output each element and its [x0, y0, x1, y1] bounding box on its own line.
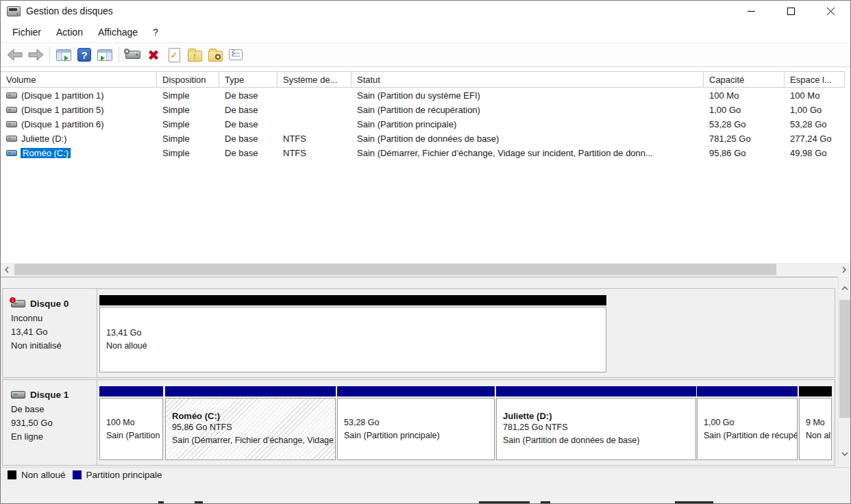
- legend-color-swatch: [73, 470, 82, 479]
- column-header-type[interactable]: Type: [219, 72, 278, 87]
- menu-help[interactable]: ?: [145, 23, 166, 41]
- cell-volume: Roméo (C:): [1, 148, 157, 158]
- volume-cell: Roméo (C:): [6, 148, 157, 158]
- column-header-disposition[interactable]: Disposition: [157, 72, 219, 87]
- partition-info-line: 781,25 Go NTFS: [503, 421, 695, 434]
- show-action-pane-icon[interactable]: [95, 45, 114, 64]
- partition-body[interactable]: 9 MoNon alloué: [799, 398, 832, 460]
- cell-status: Sain (Démarrer, Fichier d’échange, Vidag…: [352, 148, 704, 158]
- partition-0-0[interactable]: 13,41 GoNon alloué: [99, 295, 606, 373]
- cell-capacity: 100 Mo: [704, 90, 785, 101]
- legend-item: Non alloué: [8, 470, 66, 480]
- options-list-icon[interactable]: [226, 45, 245, 64]
- disk-info-line: En ligne: [11, 430, 91, 444]
- cell-disposition: Simple: [157, 148, 219, 158]
- scroll-right-icon[interactable]: [838, 263, 850, 276]
- horizontal-scroll-track[interactable]: [13, 263, 838, 276]
- partition-1-1[interactable]: Roméo (C:)95,86 Go NTFSSain (Démarrer, F…: [165, 386, 336, 460]
- cell-capacity: 95,86 Go: [704, 148, 785, 158]
- delete-volume-icon[interactable]: ✖: [144, 45, 163, 64]
- cell-free: 49,98 Go: [785, 148, 845, 158]
- forward-icon[interactable]: [26, 45, 45, 64]
- cell-free: 1,00 Go: [785, 105, 845, 115]
- partition-body[interactable]: Roméo (C:)95,86 Go NTFSSain (Démarrer, F…: [165, 398, 336, 460]
- partition-type-bar: [697, 386, 798, 396]
- partition-1-3[interactable]: Juliette (D:)781,25 Go NTFSSain (Partiti…: [496, 386, 696, 460]
- cell-filesystem: NTFS: [278, 134, 352, 144]
- legend-label: Partition principale: [86, 470, 162, 480]
- help-icon[interactable]: ?: [75, 45, 94, 64]
- maximize-button[interactable]: [771, 1, 811, 21]
- partition-info-line: Sain (Partition de récupération): [704, 429, 797, 442]
- back-icon[interactable]: [5, 45, 25, 64]
- cell-type: De base: [219, 105, 278, 115]
- cell-free: 100 Mo: [785, 90, 845, 101]
- column-header-volume[interactable]: Volume: [1, 72, 157, 87]
- rescan-disks-icon[interactable]: [123, 45, 143, 64]
- table-row[interactable]: (Disque 1 partition 1)SimpleDe baseSain …: [1, 88, 850, 103]
- horizontal-scrollbar[interactable]: [1, 263, 850, 276]
- cell-disposition: Simple: [157, 90, 219, 101]
- show-console-tree-icon[interactable]: [54, 45, 73, 64]
- disk-name-label: Disque 0: [30, 299, 69, 309]
- disk-icon: [11, 391, 25, 399]
- cell-type: De base: [219, 90, 278, 101]
- cell-status: Sain (Partition de récupération): [352, 105, 704, 115]
- partition-1-5[interactable]: 9 MoNon alloué: [799, 386, 832, 460]
- partition-body[interactable]: Juliette (D:)781,25 Go NTFSSain (Partiti…: [496, 398, 696, 460]
- table-row[interactable]: Roméo (C:)SimpleDe baseNTFSSain (Démarre…: [1, 146, 850, 160]
- partition-body[interactable]: 100 MoSain (Partition du système EFI): [99, 398, 163, 460]
- column-header-status[interactable]: Statut: [352, 72, 704, 87]
- column-header-filesystem[interactable]: Système de...: [278, 72, 352, 87]
- volume-icon: [6, 121, 17, 127]
- cell-capacity: 781,25 Go: [704, 134, 785, 144]
- partition-body[interactable]: 53,28 GoSain (Partition principale): [337, 398, 495, 460]
- table-row[interactable]: (Disque 1 partition 6)SimpleDe baseSain …: [1, 117, 850, 131]
- disk-info-line: De base: [11, 403, 91, 416]
- menu-affichage[interactable]: Affichage: [90, 23, 145, 41]
- minimize-button[interactable]: [731, 1, 771, 21]
- partition-info-line: 9 Mo: [806, 416, 831, 429]
- volume-cell: Juliette (D:): [6, 134, 157, 144]
- cell-volume: (Disque 1 partition 1): [1, 90, 157, 101]
- partition-1-4[interactable]: 1,00 GoSain (Partition de récupération): [697, 386, 798, 460]
- cell-disposition: Simple: [157, 134, 219, 144]
- partition-body[interactable]: 13,41 GoNon alloué: [99, 307, 606, 373]
- menu-action[interactable]: Action: [49, 23, 90, 41]
- disk-label-1[interactable]: Disque 1De base931,50 GoEn ligne: [3, 380, 97, 465]
- horizontal-scroll-thumb[interactable]: [14, 264, 776, 275]
- volume-icon: [6, 136, 17, 142]
- column-header-free[interactable]: Espace l...: [785, 72, 845, 87]
- scroll-down-icon[interactable]: [839, 448, 851, 460]
- cell-status: Sain (Partition principale): [352, 119, 704, 129]
- legend-color-swatch: [8, 470, 16, 479]
- disk-info-line: Inconnu: [11, 312, 91, 325]
- vertical-scroll-thumb[interactable]: [839, 300, 850, 418]
- volume-table-header: VolumeDispositionTypeSystème de...Statut…: [1, 71, 845, 88]
- table-row[interactable]: Juliette (D:)SimpleDe baseNTFSSain (Part…: [1, 131, 850, 146]
- partition-type-bar: [99, 386, 163, 396]
- explore-folder-icon[interactable]: [206, 45, 225, 64]
- toolbar: ? ✖ ✓ ↑: [1, 42, 850, 67]
- close-button[interactable]: [811, 1, 850, 21]
- disk-name: Disque 1: [11, 390, 91, 400]
- partition-1-0[interactable]: 100 MoSain (Partition du système EFI): [99, 386, 163, 460]
- scroll-up-icon[interactable]: [839, 282, 851, 294]
- properties-check-icon[interactable]: ✓: [164, 45, 184, 64]
- disk-name: ↓Disque 0: [11, 299, 91, 309]
- disk-label-0[interactable]: ↓Disque 0Inconnu13,41 GoNon initialisé: [3, 289, 97, 377]
- scroll-left-icon[interactable]: [1, 263, 13, 276]
- partition-info-line: Sain (Démarrer, Fichier d’échange, Vidag…: [172, 434, 335, 447]
- cell-disposition: Simple: [157, 119, 219, 129]
- partition-1-2[interactable]: 53,28 GoSain (Partition principale): [337, 386, 495, 460]
- menu-fichier[interactable]: Fichier: [5, 23, 49, 41]
- column-header-capacity[interactable]: Capacité: [704, 72, 785, 87]
- partition-title: Roméo (C:): [172, 411, 335, 421]
- partition-body[interactable]: 1,00 GoSain (Partition de récupération): [697, 398, 798, 460]
- background-window-sliver: [1, 501, 850, 503]
- cell-capacity: 1,00 Go: [704, 105, 785, 115]
- volume-label: (Disque 1 partition 5): [21, 105, 104, 115]
- import-folder-icon[interactable]: ↑: [185, 45, 204, 64]
- vertical-scrollbar[interactable]: [838, 277, 850, 466]
- table-row[interactable]: (Disque 1 partition 5)SimpleDe baseSain …: [1, 103, 850, 117]
